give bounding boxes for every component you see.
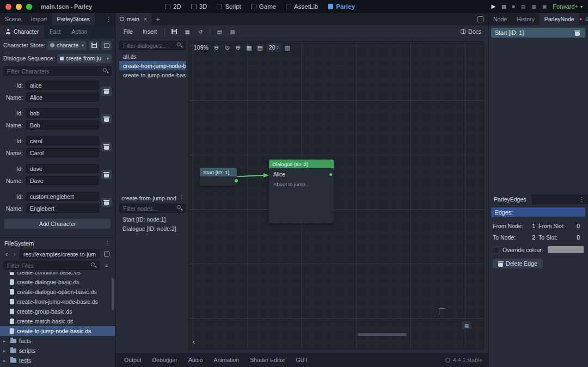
delete-character-button[interactable] — [101, 142, 112, 151]
path-input[interactable] — [20, 249, 100, 259]
file-item[interactable]: create-group-basic.ds — [0, 307, 115, 316]
dialogue-node-header[interactable]: Dialogue [ID: 2] — [269, 160, 334, 168]
folder-item[interactable]: ▸ facts — [0, 336, 115, 346]
menu-item[interactable]: Game — [251, 3, 276, 10]
file-item[interactable]: create-dialogue-option-basic.ds — [0, 287, 115, 297]
bottom-panel-tab[interactable]: Animation — [209, 353, 245, 367]
dialogue-item[interactable]: all.ds — [119, 52, 186, 61]
menu-item[interactable]: Parley — [328, 3, 355, 10]
tab-character[interactable]: Character — [0, 25, 44, 38]
folder-item[interactable]: ▸ tests — [0, 356, 115, 365]
sort-files-icon[interactable]: ≡ — [101, 261, 112, 270]
horizontal-scrollbar[interactable] — [358, 333, 407, 336]
bottom-panel-tab[interactable]: Shader Editor — [244, 353, 290, 367]
file-item[interactable]: create-match-basic.ds — [0, 316, 115, 326]
forward-icon[interactable]: › — [11, 250, 18, 258]
filter-files-input[interactable] — [3, 261, 100, 270]
load-store-button[interactable] — [101, 41, 112, 50]
file-menu[interactable]: File — [120, 27, 137, 36]
snap-distance-spinner[interactable]: 20 ▴▾ — [266, 43, 281, 52]
node-list-item[interactable]: Start [ID: node:1] — [119, 215, 186, 224]
zoom-in-icon[interactable]: ⊕ — [234, 43, 243, 52]
dock-tab[interactable]: History — [512, 13, 540, 25]
refresh-icon[interactable]: ↺ — [195, 27, 206, 36]
zoom-level[interactable]: 109% — [192, 43, 210, 52]
colour-swatch[interactable] — [548, 246, 584, 253]
output-port[interactable] — [235, 179, 238, 182]
file-item[interactable]: create-to-jump-node-basic.ds — [0, 326, 115, 336]
graph-node-start[interactable]: Start [ID: 1] — [200, 168, 237, 186]
dialogue-sequence-dropdown[interactable]: create-from-ju ▾ — [57, 54, 112, 63]
node-list-item[interactable]: Dialogue [ID: node:2] — [119, 224, 186, 233]
collapse-panel-icon[interactable]: ‹ — [191, 337, 197, 346]
dock-tab[interactable]: Import — [26, 13, 52, 25]
dock-tab[interactable]: Scene — [0, 13, 26, 25]
dialogue-item[interactable]: create-to-jump-node-basi... — [119, 70, 186, 79]
character-name-field[interactable] — [26, 148, 99, 157]
split-view-icon[interactable] — [101, 249, 112, 259]
delete-character-button[interactable] — [101, 87, 112, 96]
override-colour-checkbox[interactable] — [493, 247, 499, 253]
back-icon[interactable]: ‹ — [3, 250, 10, 258]
bottom-panel-tab[interactable]: Debugger — [147, 353, 183, 367]
spinner-arrows-icon[interactable]: ▴▾ — [277, 45, 279, 50]
play-button[interactable]: ▶ — [492, 4, 496, 9]
scrollbar[interactable] — [112, 278, 114, 310]
add-character-button[interactable]: Add Character — [4, 219, 111, 229]
bottom-panel-tab[interactable]: GUT — [290, 353, 313, 367]
dialogue-item[interactable]: create-from-jump-node-b... — [119, 61, 186, 70]
docs-button[interactable]: Docs — [458, 28, 483, 35]
update-icon[interactable] — [445, 358, 450, 363]
bottom-panel-tab[interactable]: Audio — [183, 353, 209, 367]
minimap-toggle-icon[interactable]: ▥ — [283, 43, 292, 52]
close-icon[interactable]: × — [144, 16, 147, 22]
snap-toggle-icon[interactable]: ▦ — [244, 43, 254, 52]
filesystem-options-icon[interactable]: ⋮ — [101, 240, 114, 247]
delete-edge-button[interactable]: Delete Edge — [493, 259, 543, 268]
character-id-field[interactable] — [26, 136, 99, 145]
dock-tab[interactable]: ParleyNode — [540, 13, 579, 25]
output-port[interactable] — [329, 173, 332, 176]
folder-item[interactable]: ▸ scripts — [0, 346, 115, 356]
grid-toggle-icon[interactable]: ▤ — [255, 43, 265, 52]
graph-canvas[interactable]: 109% ⊖ ⊙ ⊕ ▦ ▤ 20 ▴▾ ▥ S — [188, 41, 484, 350]
errors-icon[interactable]: ● — [579, 16, 582, 22]
nodes-options-icon[interactable]: ⋮ — [177, 194, 186, 201]
expand-icon[interactable] — [477, 16, 483, 22]
pause-button[interactable]: ▮▮ — [501, 4, 506, 9]
character-name-field[interactable] — [26, 176, 99, 185]
tab-action[interactable]: Action — [66, 25, 93, 38]
stop-button[interactable]: ■ — [512, 4, 514, 9]
grid-settings-icon[interactable]: ▦ — [462, 321, 471, 329]
add-scene-tab-button[interactable]: + — [151, 13, 164, 25]
delete-character-button[interactable] — [101, 198, 112, 207]
panel-options-icon[interactable]: ⊙ — [585, 16, 588, 22]
tab-fact[interactable]: Fact — [44, 25, 66, 38]
character-name-field[interactable] — [26, 120, 99, 130]
delete-character-button[interactable] — [101, 170, 112, 179]
graph-node-dialogue[interactable]: Dialogue [ID: 2] Alice About to jump... — [269, 160, 334, 223]
character-id-field[interactable] — [26, 164, 99, 173]
zoom-out-icon[interactable]: ⊖ — [212, 43, 221, 52]
renderer-dropdown[interactable]: Forward+ ▾ — [553, 3, 583, 10]
run-tests-icon[interactable]: ▤ — [214, 27, 225, 36]
filter-characters-input[interactable] — [3, 66, 112, 76]
character-id-field[interactable] — [26, 108, 99, 118]
character-id-field[interactable] — [26, 192, 99, 201]
character-name-field[interactable] — [26, 204, 99, 213]
tab-parley-edges[interactable]: ParleyEdges — [488, 194, 532, 204]
instances-icon[interactable]: ▣ — [542, 4, 547, 9]
zoom-reset-icon[interactable]: ⊙ — [223, 43, 232, 52]
start-node-header[interactable]: Start [ID: 1] — [200, 168, 237, 176]
menu-item[interactable]: AssetLib — [286, 3, 318, 10]
character-store-dropdown[interactable]: characte ▾ — [47, 41, 87, 50]
character-name-field[interactable] — [26, 93, 99, 102]
bottom-panel-tab[interactable]: Output — [119, 353, 147, 367]
dock-options-icon[interactable]: ⋮ — [102, 13, 115, 25]
edges-section-header[interactable]: Edges: — [491, 207, 585, 217]
save-store-button[interactable] — [89, 41, 99, 50]
file-item[interactable]: create-dialogue-basic.ds — [0, 277, 115, 287]
filter-nodes-input[interactable] — [119, 204, 186, 213]
delete-character-button[interactable] — [101, 114, 112, 124]
close-window-button[interactable] — [5, 4, 11, 10]
